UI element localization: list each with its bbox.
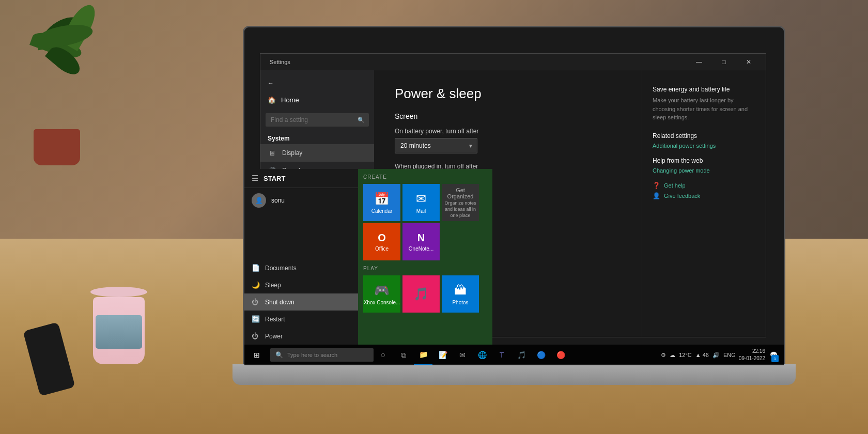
user-name: sonu — [271, 197, 285, 204]
organize-icon: Get OrganizedOrganize notes and ideas al… — [442, 185, 479, 220]
calendar-tile-icon: 📅 — [374, 192, 390, 206]
mail-app-icon: ✉ — [459, 351, 466, 359]
feedback-icon: 👤 — [653, 192, 660, 199]
taskbar-app-teams[interactable]: T — [492, 345, 511, 365]
start-button[interactable]: ⊞ — [244, 345, 269, 365]
additional-power-link[interactable]: Additional power settings — [653, 143, 755, 149]
taskbar-app-notes[interactable]: 📝 — [433, 345, 452, 365]
tile-office[interactable]: O Office — [363, 223, 400, 260]
notes-icon: 📝 — [439, 351, 447, 359]
sidebar-section-label: System — [260, 131, 374, 144]
chrome-icon: 🔵 — [537, 351, 546, 359]
page-title: Power & sleep — [395, 86, 621, 102]
battery-setting-row: On battery power, turn off after 20 minu… — [395, 128, 621, 153]
battery-display: ▲ 46 — [694, 352, 710, 358]
start-restart-item[interactable]: 🔄 Restart — [244, 311, 358, 328]
sidebar-item-display[interactable]: 🖥 Display — [260, 144, 374, 162]
tile-photos[interactable]: 🏔 Photos — [442, 275, 479, 313]
explorer-icon: 📁 — [419, 350, 428, 359]
gear-icon[interactable]: ⚙ — [660, 352, 667, 359]
get-help-link[interactable]: Get help — [664, 182, 686, 189]
taskbar-app-edge[interactable]: 🌐 — [473, 345, 491, 365]
taskbar-search-box[interactable]: 🔍 Type here to search — [270, 348, 374, 362]
search-icon: 🔍 — [358, 117, 365, 123]
clock-date: 09-01-2022 — [739, 355, 765, 362]
restart-icon: 🔄 — [252, 315, 260, 323]
back-icon: ← — [268, 80, 274, 87]
taskbar-app-explorer[interactable]: 📁 — [414, 345, 432, 365]
tile-onenote[interactable]: N OneNote... — [402, 223, 440, 260]
settings-search-input[interactable] — [266, 113, 369, 127]
tile-xbox[interactable]: 🎮 Xbox Console... — [363, 275, 400, 313]
start-documents-item[interactable]: 📄 Documents — [244, 259, 358, 276]
settings-right-panel: Save energy and battery life Make your b… — [642, 70, 766, 337]
start-menu-tiles: Create 📅 Calendar ✉ Mail Get OrganizedOr… — [358, 169, 492, 345]
play-tiles-grid: 🎮 Xbox Console... 🎵 🏔 Photos — [363, 275, 487, 313]
save-energy-title: Save energy and battery life — [653, 86, 755, 93]
power-label: Power — [265, 333, 283, 340]
taskbar-app-spotify[interactable]: 🎵 — [512, 345, 531, 365]
language-display: ENG — [722, 352, 737, 358]
sleep-icon: 🌙 — [252, 281, 260, 289]
start-user-row[interactable]: 👤 sonu — [244, 188, 358, 213]
start-label: START — [264, 175, 285, 182]
minimize-button[interactable]: — — [687, 54, 711, 70]
settings-search-box: 🔍 — [266, 113, 369, 127]
battery-dropdown[interactable]: 20 minutes 15 minutes 10 minutes 30 minu… — [395, 138, 477, 153]
start-power-item[interactable]: ⏻ Power — [244, 328, 358, 345]
shutdown-icon: ⏻ — [252, 298, 260, 306]
start-sleep-item[interactable]: 🌙 Sleep — [244, 276, 358, 293]
settings-title: Settings — [270, 59, 290, 65]
groove-tile-icon: 🎵 — [413, 287, 429, 301]
windows-icon: ⊞ — [254, 351, 260, 359]
calendar-tile-label: Calendar — [371, 208, 393, 214]
taskbar-app-chrome[interactable]: 🔵 — [532, 345, 550, 365]
cortana-icon: ○ — [380, 350, 385, 360]
user-avatar: 👤 — [252, 193, 266, 208]
tile-mail[interactable]: ✉ Mail — [402, 184, 440, 221]
back-button[interactable]: ← — [260, 75, 374, 91]
start-shutdown-item[interactable]: ⏻ Shut down — [244, 293, 358, 311]
taskbar: ⊞ 🔍 Type here to search ○ ⧉ 📁 — [244, 345, 784, 365]
sidebar-home-item[interactable]: 🏠 Home — [260, 91, 374, 109]
power-icon: ⏻ — [252, 332, 260, 340]
taskbar-app-virtualdesktop[interactable]: ⧉ — [394, 345, 413, 365]
taskbar-search-icon: 🔍 — [275, 351, 283, 359]
changing-power-link[interactable]: Changing power mode — [653, 167, 755, 174]
give-feedback-link[interactable]: Give feedback — [664, 193, 700, 199]
tile-calendar[interactable]: 📅 Calendar — [363, 184, 400, 221]
tile-get-organized[interactable]: Get OrganizedOrganize notes and ideas al… — [442, 184, 479, 221]
maximize-button[interactable]: □ — [712, 54, 736, 70]
volume-icon[interactable]: 🔊 — [711, 352, 721, 359]
notification-button[interactable]: 💬 1 — [767, 345, 780, 365]
cortana-button[interactable]: ○ — [374, 345, 392, 365]
tile-groove[interactable]: 🎵 — [402, 275, 440, 313]
related-settings-title: Related settings — [653, 132, 755, 140]
get-help-row: ❓ Get help — [653, 182, 755, 189]
spotify-icon: 🎵 — [517, 351, 526, 359]
close-button[interactable]: ✕ — [737, 54, 761, 70]
windows-desktop: Settings — □ ✕ ← 🏠 — [244, 27, 784, 365]
sleep-label: Sleep — [265, 282, 281, 289]
cloud-icon[interactable]: ☁ — [669, 352, 676, 359]
create-section-label: Create — [363, 174, 487, 180]
give-feedback-row: 👤 Give feedback — [653, 192, 755, 199]
xbox-tile-icon: 🎮 — [374, 283, 390, 298]
taskbar-app-other[interactable]: 🔴 — [551, 345, 570, 365]
teams-icon: T — [500, 351, 504, 359]
start-menu-items: 📄 Documents 🌙 Sleep ⏻ Shut down 🔄 — [244, 259, 358, 345]
settings-titlebar: Settings — □ ✕ — [260, 54, 766, 70]
photos-tile-icon: 🏔 — [454, 283, 467, 298]
screen-section-title: Screen — [395, 112, 621, 120]
photos-tile-label: Photos — [452, 300, 468, 305]
laptop-keyboard-base — [233, 364, 796, 385]
onenote-tile-icon: N — [417, 232, 425, 244]
display-label: Display — [282, 149, 302, 157]
virtualdesktop-icon: ⧉ — [401, 351, 406, 360]
create-tiles-grid: 📅 Calendar ✉ Mail Get OrganizedOrganize … — [363, 184, 487, 260]
taskbar-search-placeholder: Type here to search — [287, 352, 337, 358]
xbox-tile-label: Xbox Console... — [364, 300, 400, 305]
taskbar-app-mail[interactable]: ✉ — [453, 345, 472, 365]
start-menu-left: ☰ START 👤 sonu 📄 Documents 🌙 — [244, 169, 358, 345]
taskbar-clock[interactable]: 22:16 09-01-2022 — [739, 348, 765, 362]
